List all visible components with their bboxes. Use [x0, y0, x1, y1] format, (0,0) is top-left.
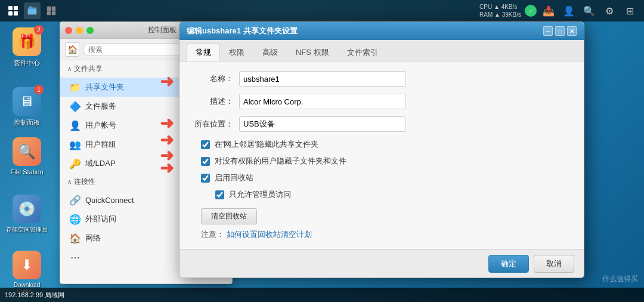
desktop-icon-filestation[interactable]: 🔍 File Station: [6, 137, 48, 175]
control-label: 控制面板: [14, 118, 40, 127]
location-label: 所在位置：: [191, 119, 239, 130]
chevron-icon: ∧: [67, 66, 72, 72]
checkbox-hide-limited[interactable]: [201, 157, 210, 166]
external-icon: 🌐: [70, 214, 80, 224]
tab-permissions[interactable]: 权限: [220, 44, 253, 61]
fm-home-btn[interactable]: 🏠: [65, 42, 79, 57]
confirm-btn[interactable]: 确定: [488, 255, 529, 273]
taskbar-filestation-icon[interactable]: [24, 2, 41, 19]
svg-rect-1: [14, 6, 18, 10]
quickconnect-icon: 🔗: [70, 195, 80, 205]
dialog-edit-shared: 编辑usbshare1 共享文件夹设置 ─ □ ✕ 常规 权限 高级 NFS 权…: [179, 21, 584, 278]
fileservice-label: 文件服务: [85, 101, 116, 112]
taskbar-right: CPU ▲ 4KB/s RAM ▲ 39KB/s ✓ 📥 👤 🔍 ⚙ ⊞: [479, 2, 644, 19]
desktop-icon-suite[interactable]: 🎁 2 套件中心: [6, 27, 48, 67]
fm-close-btn[interactable]: [65, 27, 72, 34]
network-label: 网络: [85, 233, 101, 244]
fileservice-icon: 🔷: [70, 101, 80, 112]
watermark: 什么值得买: [602, 274, 638, 284]
checkbox-recycle[interactable]: [201, 174, 210, 183]
form-row-desc: 描述：: [191, 94, 572, 109]
useraccount-label: 用户帐号: [85, 120, 116, 131]
usergroup-label: 用户群组: [85, 139, 116, 150]
quickconnect-label: QuickConnect: [85, 196, 134, 205]
fm-min-btn[interactable]: [76, 27, 83, 34]
fm-max-btn[interactable]: [86, 27, 94, 34]
layout-icon[interactable]: ⊞: [621, 2, 638, 19]
control-badge: 1: [34, 85, 44, 94]
dialog-controls: ─ □ ✕: [543, 26, 577, 36]
form-row-name: 名称：: [191, 71, 572, 87]
note-row: 注意： 如何设置回收站清空计划: [201, 229, 572, 240]
useraccount-icon: 👤: [70, 120, 80, 131]
svg-rect-6: [29, 7, 32, 8]
tab-general[interactable]: 常规: [187, 44, 220, 61]
more-icon: ⋯: [70, 252, 80, 263]
svg-rect-9: [47, 11, 51, 15]
svg-rect-2: [8, 11, 13, 16]
tab-fileindex[interactable]: 文件索引: [338, 44, 387, 61]
cancel-btn[interactable]: 取消: [534, 255, 574, 273]
svg-rect-8: [52, 7, 55, 11]
checkbox-hide-network[interactable]: [201, 140, 210, 149]
sys-info: CPU ▲ 4KB/s RAM ▲ 39KB/s: [479, 3, 521, 19]
section-connectivity-label: 连接性: [74, 177, 95, 187]
search-icon[interactable]: 🔍: [581, 2, 597, 19]
note-link-anchor[interactable]: 如何设置回收站清空计划: [227, 230, 312, 239]
checkbox-row-hide-limited: 对没有权限的用户隐藏子文件夹和文件: [191, 156, 572, 167]
desktop-icon-control[interactable]: 🖥 1 控制面板: [6, 87, 48, 127]
domain-icon: 🔑: [70, 158, 80, 169]
dialog-min-btn[interactable]: ─: [543, 26, 553, 36]
svg-rect-7: [47, 7, 51, 11]
notify-icon[interactable]: 📥: [540, 2, 557, 19]
svg-rect-10: [52, 11, 55, 15]
desktop-icon-storage[interactable]: 💿 存储空间管理员: [6, 195, 48, 234]
chevron-icon2: ∧: [67, 178, 72, 185]
arrow-1: ➜: [160, 72, 174, 91]
suite-badge: 2: [34, 25, 44, 35]
external-label: 外部访问: [85, 214, 116, 224]
domain-label: 域/LDAP: [85, 158, 116, 169]
svg-rect-3: [14, 11, 18, 16]
arrow-5: ➜: [160, 158, 174, 178]
checkbox-row-hide-network: 在'网上邻居'隐藏此共享文件夹: [191, 139, 572, 150]
section-filesharing-label: 文件共享: [74, 64, 103, 74]
dialog-tabs: 常规 权限 高级 NFS 权限 文件索引: [179, 40, 584, 61]
checkbox-recycle-label: 启用回收站: [215, 172, 253, 183]
location-input[interactable]: [239, 116, 406, 132]
dialog-footer: 确定 取消: [179, 249, 584, 278]
settings-icon[interactable]: ⚙: [601, 2, 618, 19]
checkbox-admin[interactable]: [215, 190, 224, 199]
shared-folder-label: 共享文件夹: [85, 82, 124, 93]
ram-info: RAM ▲ 39KB/s: [479, 11, 521, 19]
filestation-label: File Station: [10, 168, 43, 175]
dialog-titlebar: 编辑usbshare1 共享文件夹设置 ─ □ ✕: [179, 22, 584, 40]
user-icon[interactable]: 👤: [561, 2, 577, 19]
storage-label: 存储空间管理员: [6, 226, 48, 234]
bottom-ip-label: 192.168.2.99 局域网: [5, 291, 64, 300]
taskbar-bottom: 192.168.2.99 局域网: [0, 288, 644, 302]
clear-recycle-btn[interactable]: 清空回收站: [201, 208, 257, 224]
desc-input[interactable]: [239, 94, 406, 109]
dialog-title: 编辑usbshare1 共享文件夹设置: [187, 26, 298, 36]
name-label: 名称：: [191, 73, 239, 84]
taskbar-top: CPU ▲ 4KB/s RAM ▲ 39KB/s ✓ 📥 👤 🔍 ⚙ ⊞: [0, 0, 644, 21]
svg-rect-5: [28, 9, 36, 14]
taskbar-grid-icon[interactable]: [5, 2, 21, 19]
svg-rect-0: [8, 6, 13, 10]
taskbar-control-icon[interactable]: [43, 2, 60, 19]
tab-advanced[interactable]: 高级: [253, 44, 287, 61]
checkbox-row-recycle: 启用回收站: [191, 172, 572, 183]
tab-nfs[interactable]: NFS 权限: [287, 44, 338, 61]
desc-label: 描述：: [191, 96, 239, 107]
desktop: CPU ▲ 4KB/s RAM ▲ 39KB/s ✓ 📥 👤 🔍 ⚙ ⊞ 🎁 2…: [0, 0, 644, 302]
network-icon: 🏠: [70, 233, 80, 244]
name-input[interactable]: [239, 71, 406, 87]
dialog-close-btn[interactable]: ✕: [567, 26, 577, 36]
form-row-location: 所在位置：: [191, 116, 572, 132]
checkbox-row-admin: 只允许管理员访问: [191, 189, 572, 200]
taskbar-left: [0, 2, 60, 19]
status-dot: ✓: [525, 5, 537, 17]
dialog-max-btn[interactable]: □: [555, 26, 565, 36]
note-prefix: 注意：: [201, 230, 224, 239]
